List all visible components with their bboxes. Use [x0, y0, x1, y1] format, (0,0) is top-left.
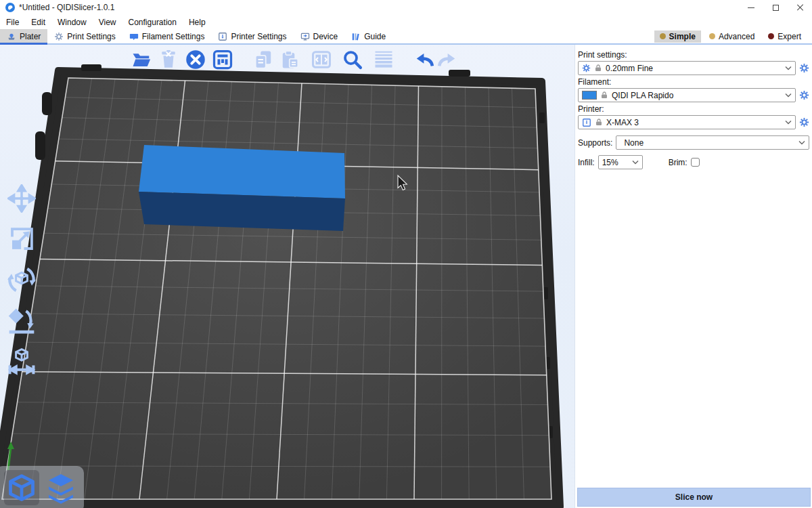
tab-guide[interactable]: Guide: [344, 29, 392, 43]
menu-configuration[interactable]: Configuration: [122, 16, 183, 28]
model-top-face: [139, 145, 345, 198]
chevron-down-icon: [632, 160, 639, 165]
printer-select[interactable]: X-MAX 3: [578, 115, 796, 129]
mode-switcher: Simple Advanced Expert: [654, 29, 812, 43]
brim-checkbox[interactable]: [691, 158, 700, 167]
device-icon: [300, 32, 310, 41]
minimize-button[interactable]: [739, 0, 763, 15]
tab-label: Print Settings: [67, 32, 115, 41]
filament-color-swatch: [582, 91, 597, 100]
scale-gizmo-button[interactable]: [5, 224, 38, 255]
delete-all-icon: [185, 49, 206, 70]
menu-window[interactable]: Window: [51, 16, 93, 28]
undo-icon: [413, 49, 435, 70]
filament-select[interactable]: QIDI PLA Rapido: [578, 88, 796, 102]
move-gizmo-button[interactable]: [5, 183, 38, 214]
lock-icon: [595, 118, 603, 127]
infill-select[interactable]: 15%: [598, 155, 643, 169]
build-plate-scene: [0, 45, 574, 508]
mode-label: Advanced: [719, 32, 754, 41]
search-icon: [342, 49, 363, 70]
close-button[interactable]: [788, 0, 812, 15]
menu-help[interactable]: Help: [183, 16, 212, 28]
split-button[interactable]: [310, 47, 333, 72]
supports-label: Supports:: [578, 138, 612, 148]
view-toggle-panel: [0, 466, 84, 508]
maximize-icon: [773, 5, 779, 11]
gear-icon: [54, 32, 64, 41]
tab-device[interactable]: Device: [294, 29, 345, 43]
open-folder-icon: [131, 49, 152, 70]
printer-icon: [582, 118, 591, 127]
menu-file[interactable]: File: [0, 16, 25, 28]
qidislicer-window: *Untitled - QIDISlicer-1.0.1 File Edit W…: [0, 0, 812, 508]
preview-layers-view-button[interactable]: [43, 470, 78, 505]
model-object[interactable]: [139, 145, 345, 231]
gear-icon: [799, 90, 809, 100]
search-button[interactable]: [341, 47, 364, 72]
tab-filament-settings[interactable]: Filament Settings: [122, 29, 212, 43]
split-icon: [311, 49, 332, 70]
variable-layer-height-button[interactable]: [372, 47, 395, 72]
advanced-dot-icon: [709, 33, 715, 39]
tab-label: Plater: [20, 32, 41, 41]
supports-select[interactable]: None: [616, 135, 809, 150]
print-settings-select[interactable]: 0.20mm Fine: [578, 61, 796, 75]
chevron-down-icon: [785, 93, 792, 98]
printer-gear-button[interactable]: [798, 117, 809, 128]
mode-label: Simple: [669, 32, 696, 41]
menu-bar: File Edit Window View Configuration Help: [0, 15, 812, 29]
copy-button[interactable]: [252, 47, 275, 72]
place-on-face-icon: [7, 305, 37, 335]
layers-stack-icon: [45, 471, 77, 504]
arrange-icon: [212, 49, 233, 70]
tab-label: Printer Settings: [231, 32, 286, 41]
cube-3d-icon: [7, 473, 37, 503]
tab-plater[interactable]: Plater: [0, 29, 47, 43]
move-icon: [7, 184, 36, 213]
print-settings-gear-button[interactable]: [798, 63, 809, 74]
tab-label: Device: [313, 32, 338, 41]
tab-print-settings[interactable]: Print Settings: [47, 29, 122, 43]
measure-gizmo-button[interactable]: [5, 345, 38, 377]
paste-button[interactable]: [279, 47, 302, 72]
menu-view[interactable]: View: [93, 16, 122, 28]
rotate-gizmo-button[interactable]: [5, 264, 38, 295]
tab-bar: Plater Print Settings Filament Settings …: [0, 29, 812, 45]
lock-icon: [600, 91, 608, 100]
tab-label: Guide: [364, 32, 386, 41]
measure-icon: [7, 346, 37, 376]
arrange-button[interactable]: [211, 47, 234, 72]
mode-advanced[interactable]: Advanced: [704, 30, 760, 43]
delete-icon: [160, 50, 177, 69]
printer-value: X-MAX 3: [606, 118, 782, 127]
mode-simple[interactable]: Simple: [654, 30, 701, 43]
place-on-face-gizmo-button[interactable]: [5, 305, 38, 336]
tab-printer-settings[interactable]: Printer Settings: [211, 29, 293, 43]
simple-dot-icon: [660, 33, 666, 39]
undo-button[interactable]: [413, 47, 436, 72]
redo-button[interactable]: [436, 47, 459, 72]
mode-label: Expert: [777, 32, 801, 41]
viewport-toolbar: [130, 47, 459, 72]
filament-gear-button[interactable]: [798, 90, 809, 101]
open-button[interactable]: [130, 47, 153, 72]
mode-expert[interactable]: Expert: [763, 30, 807, 43]
viewport-3d[interactable]: [0, 45, 574, 508]
print-settings-value: 0.20mm Fine: [606, 64, 782, 73]
printer-label: Printer:: [578, 104, 809, 114]
supports-value: None: [620, 138, 795, 148]
print-settings-label: Print settings:: [578, 50, 809, 60]
delete-button[interactable]: [157, 47, 180, 72]
minimize-icon: [748, 7, 754, 8]
maximize-button[interactable]: [763, 0, 788, 15]
gizmo-toolbar: [5, 183, 38, 377]
plater-icon: [7, 32, 16, 41]
chevron-down-icon: [785, 66, 792, 70]
delete-all-button[interactable]: [184, 47, 207, 72]
editor-3d-view-button[interactable]: [4, 470, 39, 505]
paste-icon: [280, 49, 300, 70]
menu-edit[interactable]: Edit: [25, 16, 51, 28]
slice-now-button[interactable]: Slice now: [577, 488, 811, 507]
chevron-down-icon: [785, 120, 792, 125]
